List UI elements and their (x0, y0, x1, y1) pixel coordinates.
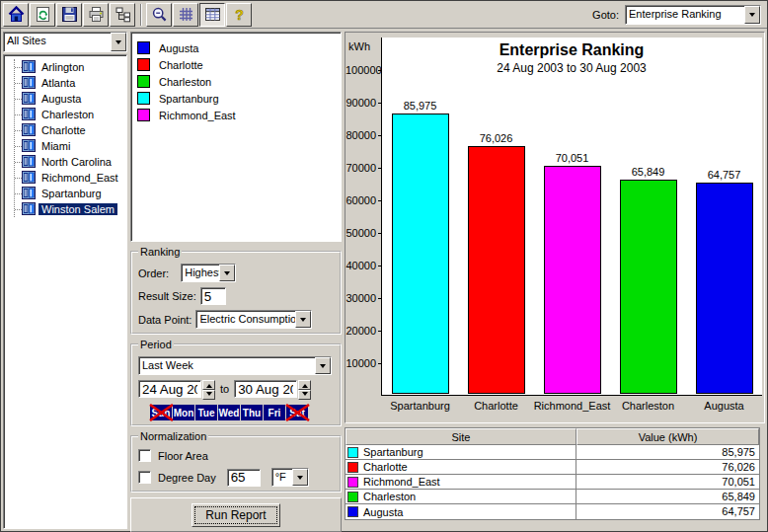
end-date-input[interactable] (234, 380, 297, 398)
chevron-down-icon[interactable] (315, 357, 331, 374)
weekday-toggle[interactable]: Sun (150, 405, 173, 420)
legend-label: Augusta (159, 42, 198, 54)
table-button[interactable] (199, 3, 225, 27)
period-group: Period Last Week to S (130, 339, 342, 426)
weekday-toggle[interactable]: Thu (241, 405, 264, 420)
normalization-group: Normalization Floor Area Degree Day °F (130, 430, 342, 493)
site-name: North Carolina (38, 156, 115, 168)
sidebar-item-site[interactable]: Charleston (15, 107, 126, 122)
goto-report-select[interactable]: Enterprise Ranking (625, 5, 761, 25)
chart-panel: kWh 100002000030000400005000060000700008… (345, 32, 765, 423)
degree-day-value-input[interactable] (227, 469, 261, 487)
bar-Charlotte: 76,026 (468, 146, 525, 394)
degree-unit-select[interactable]: °F (271, 468, 309, 487)
site-filter-value: All Sites (4, 33, 111, 51)
sidebar-item-site[interactable]: Arlington (15, 59, 126, 75)
home-button[interactable] (3, 3, 29, 27)
save-icon (61, 6, 78, 23)
site-tree: ArlingtonAtlantaAugustaCharlestonCharlot… (14, 59, 126, 217)
help-button[interactable]: ? (226, 3, 252, 27)
sidebar-item-site[interactable]: Augusta (15, 91, 126, 107)
table-header-site[interactable]: Site (346, 428, 576, 445)
run-report-panel: Run Report (130, 497, 342, 532)
refresh-button[interactable] (30, 3, 55, 27)
spin-up-icon[interactable] (202, 380, 215, 390)
help-icon: ? (231, 6, 248, 23)
site-color-swatch (347, 506, 358, 517)
spin-down-icon[interactable] (202, 390, 215, 400)
tree-connector (15, 130, 22, 131)
chevron-down-icon[interactable] (744, 6, 760, 24)
site-tree-button[interactable] (110, 3, 135, 27)
legend-label: Charleston (159, 76, 211, 88)
building-icon (22, 187, 38, 201)
legend-color-swatch (137, 41, 150, 54)
table-body: Spartanburg85,975Charlotte76,026Richmond… (346, 445, 759, 519)
sidebar-item-site[interactable]: Atlanta (15, 75, 126, 91)
grid-button[interactable] (173, 3, 198, 27)
start-date-spinner[interactable] (202, 380, 215, 398)
order-select[interactable]: Highest (181, 264, 236, 282)
weekday-toggle[interactable]: Wed (218, 405, 241, 420)
chevron-down-icon[interactable] (295, 311, 311, 328)
x-axis-label: Spartanburg (392, 400, 449, 412)
building-icon (22, 76, 38, 91)
sidebar-item-site[interactable]: Miami (15, 138, 126, 154)
grid-icon (178, 6, 194, 23)
degree-day-checkbox[interactable] (138, 471, 151, 484)
weekday-label: Thu (243, 408, 261, 418)
tree-connector (15, 209, 22, 210)
building-icon (22, 155, 38, 170)
table-cell-site: Richmond_East (346, 475, 576, 489)
table-header-row: Site Value (kWh) (346, 428, 759, 445)
table-icon (204, 6, 221, 23)
y-tick-label: 50000 (346, 227, 376, 239)
save-button[interactable] (56, 3, 82, 27)
weekday-toggle[interactable]: Sat (286, 405, 309, 420)
weekday-toggle[interactable]: Mon (173, 405, 195, 420)
goto-area: Goto: Enterprise Ranking (592, 5, 761, 25)
floor-area-checkbox[interactable] (138, 449, 151, 462)
weekday-toggle[interactable]: Tue (195, 405, 218, 420)
print-button[interactable] (83, 3, 109, 27)
table-row: Charlotte76,026 (346, 460, 759, 475)
start-date-input[interactable] (138, 380, 201, 398)
table-cell-value: 76,026 (576, 460, 759, 474)
result-size-label: Result Size: (138, 290, 196, 302)
table-cell-site: Charleston (346, 490, 576, 503)
sidebar-item-site[interactable]: Spartanburg (15, 186, 126, 201)
tree-connector (15, 193, 22, 194)
sidebar-item-site[interactable]: Richmond_East (15, 170, 126, 186)
ranking-group-title: Ranking (138, 246, 182, 258)
bar-value-label: 85,975 (373, 100, 468, 112)
chevron-down-icon[interactable] (111, 33, 126, 51)
x-axis-label-text: Augusta (704, 400, 743, 412)
sidebar-item-site[interactable]: North Carolina (15, 154, 126, 170)
result-size-input[interactable] (200, 287, 226, 305)
normalization-group-title: Normalization (138, 430, 208, 442)
period-preset-select[interactable]: Last Week (138, 356, 332, 375)
chevron-down-icon[interactable] (219, 265, 235, 281)
end-date-spinner[interactable] (298, 380, 311, 398)
site-name: Charlotte (38, 124, 89, 136)
run-report-button[interactable]: Run Report (192, 503, 280, 527)
bar-Richmond_East: 70,051 (544, 166, 601, 394)
site-tree-icon (115, 6, 131, 23)
table-cell-value: 85,975 (576, 445, 759, 459)
order-label: Order: (138, 267, 169, 279)
spin-up-icon[interactable] (298, 380, 311, 390)
legend-label: Charlotte (159, 59, 203, 71)
table-cell-site: Augusta (346, 504, 576, 519)
chevron-down-icon[interactable] (292, 469, 308, 486)
zoom-button[interactable] (146, 3, 172, 27)
tree-connector (15, 99, 22, 100)
weekday-toggle[interactable]: Fri (264, 405, 286, 420)
sidebar-item-site[interactable]: Winston Salem (15, 201, 126, 217)
table-cell-site: Charlotte (346, 460, 576, 474)
bar-value-label: 70,051 (525, 152, 620, 164)
table-header-value[interactable]: Value (kWh) (576, 428, 759, 445)
sidebar-item-site[interactable]: Charlotte (15, 122, 126, 138)
data-point-select[interactable]: Electric Consumption (195, 310, 312, 329)
site-filter-select[interactable]: All Sites (3, 32, 127, 52)
spin-down-icon[interactable] (298, 390, 311, 400)
